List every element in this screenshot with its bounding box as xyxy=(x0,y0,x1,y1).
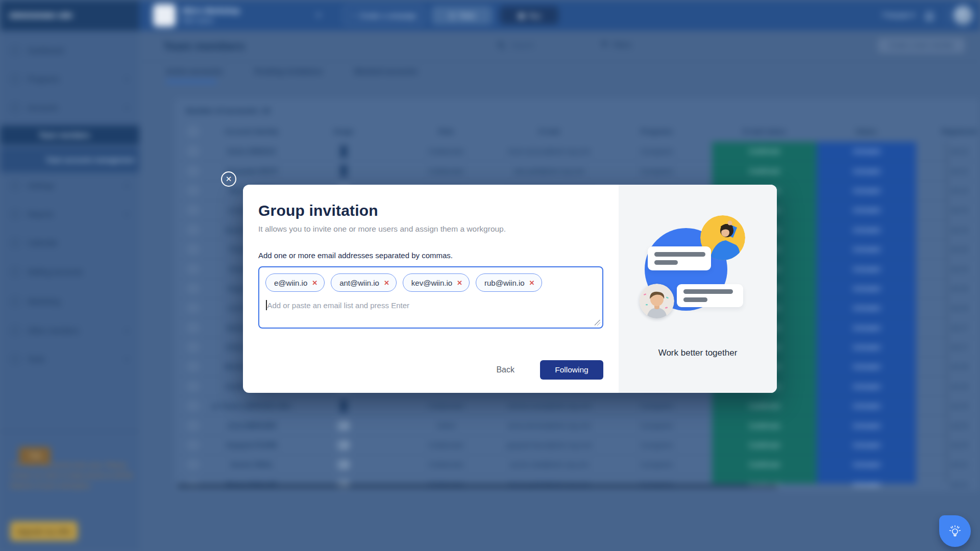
cell-image xyxy=(292,421,395,430)
tab-pending-invitations[interactable]: Pending invitations xyxy=(254,67,323,83)
tests-button[interactable]: ◷ Tests xyxy=(432,6,492,24)
user-avatar[interactable] xyxy=(953,6,973,25)
cell-programs: 3 programs xyxy=(601,402,712,410)
chevron-down-icon: ▾ xyxy=(125,328,128,334)
row-checkbox[interactable] xyxy=(189,383,197,390)
cell-email: gaspard.faure@wiin-org.com xyxy=(498,441,601,449)
row-checkbox[interactable] xyxy=(189,147,197,155)
resize-handle-icon[interactable] xyxy=(595,320,600,325)
cell-role: Admin xyxy=(395,422,498,430)
sidebar-item-other-members[interactable]: Other members▾ xyxy=(0,320,139,341)
cell-registered: Jul 16 xyxy=(916,304,980,312)
row-checkbox[interactable] xyxy=(189,167,197,175)
cell-image xyxy=(292,165,395,177)
remove-email-icon[interactable]: ✕ xyxy=(457,280,462,286)
sidebar-item-mailing-accounts[interactable]: Mailing accounts xyxy=(0,262,139,282)
cell-status: Activated xyxy=(817,324,916,332)
upgrade-offer-button[interactable]: Upgrade my offer xyxy=(10,521,78,541)
row-checkbox[interactable] xyxy=(189,343,197,351)
sidebar-item-team-accounts-management[interactable]: Team accounts management xyxy=(0,147,139,172)
cell-email-status: Confirmed xyxy=(712,422,817,430)
remove-email-icon[interactable]: ✕ xyxy=(312,280,317,286)
search-box[interactable] xyxy=(497,41,567,50)
sidebar-item-tools[interactable]: Tools▾ xyxy=(0,349,139,369)
create-team-member-button[interactable]: Create a team member xyxy=(877,37,966,54)
row-checkbox[interactable] xyxy=(189,461,197,468)
create-campaign-button[interactable]: + Create a campaign xyxy=(344,6,424,24)
table-row: Anna MERCIERAdminanna.mercier@wiin-org.c… xyxy=(175,416,980,435)
back-button[interactable]: Back xyxy=(493,365,518,375)
modal-form: Group invitation It allows you to invite… xyxy=(243,185,619,393)
row-checkbox[interactable] xyxy=(189,265,197,273)
column-header[interactable]: E-mail xyxy=(498,128,601,135)
chevron-down-icon: ▾ xyxy=(125,356,128,363)
sidebar-item-dashboard[interactable]: Dashboard xyxy=(0,40,139,61)
sidebar-item-settings[interactable]: Settings▾ xyxy=(0,176,139,196)
horizontal-scrollbar[interactable] xyxy=(177,484,779,489)
cell-status: Activated xyxy=(817,285,916,292)
column-header[interactable]: Programs xyxy=(601,128,712,135)
row-checkbox[interactable] xyxy=(189,363,197,370)
remove-email-icon[interactable]: ✕ xyxy=(529,280,535,286)
cell-registered: Jul 20 xyxy=(916,441,980,449)
row-checkbox[interactable] xyxy=(189,245,197,253)
cell-registered: Jul 21 xyxy=(916,461,980,468)
tab-active-accounts[interactable]: Active accounts xyxy=(166,67,223,83)
row-checkbox[interactable] xyxy=(189,206,197,214)
aside-caption: Work better together xyxy=(658,348,738,358)
photo-icon xyxy=(338,441,349,449)
sidebar-header: Administrator side xyxy=(0,0,139,31)
cell-image xyxy=(292,460,395,469)
cell-registered: Jul 12 xyxy=(916,147,980,155)
sidebar-item-marketing[interactable]: Marketing xyxy=(0,291,139,312)
workspace-name: Wiin's Workshop xyxy=(182,7,240,15)
cell-programs: 3 programs xyxy=(601,147,712,155)
buy-button[interactable]: ▣ Buy xyxy=(500,6,558,24)
following-button[interactable]: Following xyxy=(540,360,603,380)
idea-fab-button[interactable] xyxy=(939,515,971,547)
sidebar-item-team-members[interactable]: Team members xyxy=(0,126,139,145)
search-input[interactable] xyxy=(510,41,567,50)
row-checkbox[interactable] xyxy=(189,402,197,410)
sidebar-item-accounts[interactable]: Accounts▾ xyxy=(0,97,139,118)
column-header[interactable]: Registered xyxy=(916,128,980,135)
column-header[interactable]: Account identity xyxy=(211,128,292,135)
language-selector[interactable]: Français ▾ xyxy=(883,11,915,19)
row-checkbox[interactable] xyxy=(189,441,197,449)
row-checkbox[interactable] xyxy=(189,226,197,234)
workspace-logo xyxy=(153,4,176,27)
row-checkbox[interactable] xyxy=(189,324,197,332)
users-icon xyxy=(11,104,19,112)
email-chips: e@wiin.io✕ant@wiin.io✕kev@wiin.io✕rub@wi… xyxy=(265,273,596,292)
column-header[interactable]: Role xyxy=(395,128,498,135)
modal-actions: Back Following xyxy=(493,360,603,380)
row-checkbox[interactable] xyxy=(189,187,197,194)
column-header[interactable]: Image xyxy=(292,128,395,135)
filters-button[interactable]: Filters xyxy=(600,41,632,49)
remove-email-icon[interactable]: ✕ xyxy=(384,280,389,286)
cell-image xyxy=(292,400,395,412)
filter-icon xyxy=(600,41,608,49)
page-title: Team members xyxy=(163,40,245,53)
row-checkbox[interactable] xyxy=(189,422,197,430)
column-header[interactable]: E-mail status xyxy=(712,128,817,135)
select-all-checkbox[interactable] xyxy=(189,128,197,135)
row-checkbox[interactable] xyxy=(189,285,197,292)
sidebar-item-reports[interactable]: Reports▾ xyxy=(0,204,139,224)
email-tags-input[interactable]: e@wiin.io✕ant@wiin.io✕kev@wiin.io✕rub@wi… xyxy=(258,266,603,329)
cell-status: Activated xyxy=(817,441,916,449)
row-checkbox[interactable] xyxy=(189,304,197,312)
chevron-down-icon: ▾ xyxy=(125,211,128,218)
column-header[interactable]: Status xyxy=(817,128,916,135)
email-chip: rub@wiin.io✕ xyxy=(476,273,542,292)
sidebar-item-programs[interactable]: Programs▾ xyxy=(0,69,139,89)
bell-icon[interactable] xyxy=(924,10,935,23)
sidebar-item-calendar[interactable]: Calendar xyxy=(0,233,139,253)
close-icon[interactable]: ✕ xyxy=(221,171,236,187)
cell-registered: Jul 19 xyxy=(916,402,980,410)
chevron-down-icon[interactable]: ▾ xyxy=(317,11,321,19)
cell-status: Activated xyxy=(817,187,916,194)
modal-subtitle: It allows you to invite one or more user… xyxy=(258,224,603,234)
cell-role: Collaborator xyxy=(395,147,498,155)
tab-blocked-accounts[interactable]: Blocked accounts xyxy=(354,67,418,83)
